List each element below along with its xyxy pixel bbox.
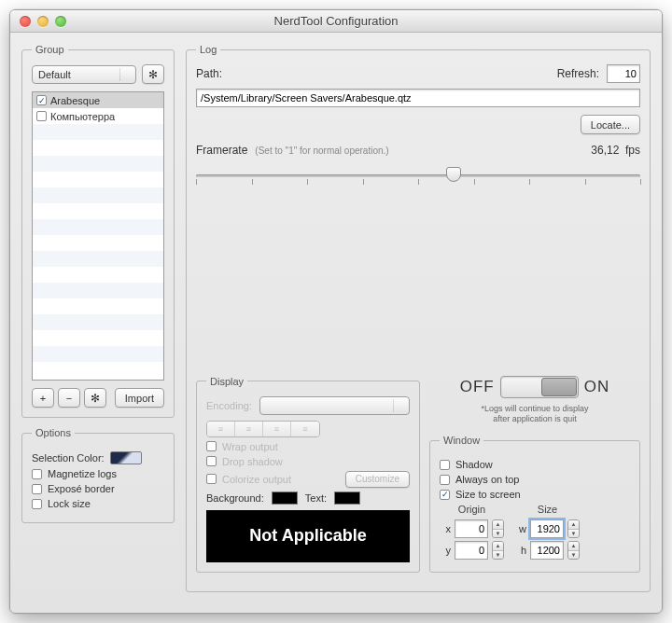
colorize-label: Colorize output [222,474,291,485]
path-input[interactable] [196,89,640,107]
h-stepper[interactable]: ▲▼ [567,541,580,560]
align-left-icon: ≡ [207,422,235,436]
customize-button: Customize [345,471,410,488]
toggle-note-1: *Logs will continue to display [481,404,588,413]
list-item[interactable]: Arabesque [33,92,163,108]
background-label: Background: [206,492,264,504]
drop-shadow-checkbox [206,456,217,466]
w-input[interactable] [530,519,564,538]
x-stepper[interactable]: ▲▼ [492,519,504,538]
refresh-input[interactable] [607,64,640,83]
group-panel: Group Default ▲▼ Arabesque [21,44,175,418]
locate-button[interactable]: Locate... [581,115,640,134]
h-label: h [515,545,526,556]
encoding-label: Encoding: [206,400,252,411]
remove-button[interactable]: − [58,388,80,408]
expose-label: Exposé border [48,483,115,494]
text-color-label: Text: [305,492,327,504]
magnetize-label: Magnetize logs [48,468,117,479]
selection-color-well[interactable] [110,451,142,464]
y-input[interactable] [455,541,488,560]
encoding-select: ▲▼ [259,396,410,415]
options-panel: Options Selection Color: Magnetize logs … [21,427,175,523]
group-select-value: Default [38,69,71,80]
colorize-checkbox [206,474,217,484]
wrap-label: Wrap output [222,441,278,452]
background-color-well[interactable] [272,491,298,505]
zoom-icon[interactable] [55,16,66,27]
checkbox-icon[interactable] [36,111,47,121]
w-stepper[interactable]: ▲▼ [567,519,580,538]
group-settings-button[interactable] [142,64,164,84]
x-label: x [440,523,451,534]
refresh-label: Refresh: [557,67,599,80]
framerate-label: Framerate [196,144,247,157]
app-window: NerdTool Configuration Group Default ▲▼ [9,9,663,614]
display-legend: Display [206,376,247,387]
selection-color-label: Selection Color: [32,452,105,464]
group-legend: Group [32,44,68,55]
import-button[interactable]: Import [115,388,164,408]
always-on-top-checkbox[interactable] [440,475,450,485]
add-button[interactable]: + [32,388,54,408]
checkbox-icon[interactable] [36,95,47,105]
framerate-hint: (Set to "1" for normal operation.) [255,145,388,156]
titlebar: NerdTool Configuration [10,10,662,33]
log-legend: Log [196,44,220,55]
list-settings-button[interactable] [84,388,106,408]
alignment-segmented: ≡ ≡ ≡ ≡ [206,421,320,437]
expose-checkbox[interactable] [32,484,42,494]
toggle-note-2: after application is quit [493,414,577,423]
persist-toggle[interactable] [500,376,579,398]
path-label: Path: [196,67,222,80]
x-input[interactable] [455,519,488,538]
display-panel: Display Encoding: ▲▼ ≡ ≡ ≡ ≡ [196,376,420,573]
log-panel: Log Path: Refresh: Locate... Framerate (… [186,44,651,592]
toggle-on-label: ON [584,378,610,396]
align-right-icon: ≡ [263,422,291,436]
window-title: NerdTool Configuration [10,14,662,28]
h-input[interactable] [530,541,564,560]
size-heading: Size [515,504,580,517]
always-on-top-label: Always on top [455,474,519,485]
preview-area: Not Applicable [206,510,410,562]
fps-value: 36,12 [591,144,619,157]
slider-thumb[interactable] [446,167,461,182]
group-select[interactable]: Default ▲▼ [32,65,136,84]
toggle-off-label: OFF [460,378,495,396]
drop-shadow-label: Drop shadow [222,456,283,467]
lock-size-label: Lock size [48,498,91,509]
y-stepper[interactable]: ▲▼ [492,541,504,560]
wrap-checkbox [206,441,217,451]
size-to-screen-checkbox[interactable] [440,490,450,500]
toggle-knob[interactable] [541,378,577,396]
close-icon[interactable] [20,16,31,27]
magnetize-checkbox[interactable] [32,469,42,479]
shadow-checkbox[interactable] [440,460,450,470]
align-justify-icon: ≡ [291,422,319,436]
options-legend: Options [32,427,75,438]
shadow-label: Shadow [455,459,493,470]
fps-unit: fps [625,144,640,157]
window-legend: Window [440,435,483,446]
window-panel: Window Shadow Always on top [429,435,640,573]
minimize-icon[interactable] [37,16,49,27]
gear-icon [91,392,100,405]
list-item-label: Компьютерра [50,111,115,122]
align-center-icon: ≡ [235,422,263,436]
w-label: w [515,523,526,534]
lock-size-checkbox[interactable] [32,499,42,509]
log-list[interactable]: Arabesque Компьютерра [32,91,164,381]
list-item[interactable]: Компьютерра [33,108,163,124]
y-label: y [440,545,451,556]
framerate-slider[interactable] [196,164,640,187]
size-to-screen-label: Size to screen [455,489,521,500]
text-color-well[interactable] [334,491,360,505]
list-item-label: Arabesque [50,95,100,106]
origin-heading: Origin [440,504,504,517]
gear-icon [148,68,158,81]
